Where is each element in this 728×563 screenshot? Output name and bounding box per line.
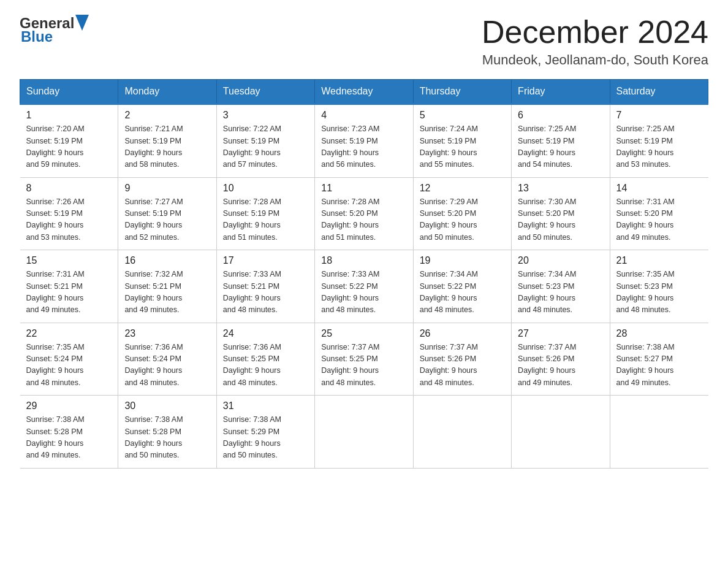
- day-detail: Sunrise: 7:33 AMSunset: 5:22 PMDaylight:…: [321, 269, 406, 316]
- day-number: 22: [26, 328, 112, 339]
- calendar-day-cell: 20 Sunrise: 7:34 AMSunset: 5:23 PMDaylig…: [512, 250, 610, 323]
- day-detail: Sunrise: 7:38 AMSunset: 5:28 PMDaylight:…: [26, 414, 112, 462]
- calendar-day-cell: 27 Sunrise: 7:37 AMSunset: 5:26 PMDaylig…: [512, 323, 610, 396]
- day-number: 6: [518, 110, 603, 121]
- calendar-week-row: 15 Sunrise: 7:31 AMSunset: 5:21 PMDaylig…: [20, 250, 708, 323]
- day-detail: Sunrise: 7:37 AMSunset: 5:25 PMDaylight:…: [321, 342, 406, 389]
- day-number: 8: [26, 183, 112, 194]
- day-detail: Sunrise: 7:21 AMSunset: 5:19 PMDaylight:…: [124, 123, 210, 171]
- calendar-day-cell: 31 Sunrise: 7:38 AMSunset: 5:29 PMDaylig…: [216, 396, 314, 469]
- day-number: 14: [616, 183, 702, 194]
- calendar-day-cell: 4 Sunrise: 7:23 AMSunset: 5:19 PMDayligh…: [315, 104, 413, 178]
- day-detail: Sunrise: 7:30 AMSunset: 5:20 PMDaylight:…: [518, 196, 603, 244]
- day-detail: Sunrise: 7:29 AMSunset: 5:20 PMDaylight:…: [420, 196, 505, 244]
- day-detail: Sunrise: 7:38 AMSunset: 5:29 PMDaylight:…: [223, 414, 308, 462]
- calendar-week-row: 29 Sunrise: 7:38 AMSunset: 5:28 PMDaylig…: [20, 396, 708, 469]
- day-number: 9: [124, 183, 210, 194]
- weekday-header-row: SundayMondayTuesdayWednesdayThursdayFrid…: [20, 80, 708, 104]
- day-detail: Sunrise: 7:33 AMSunset: 5:21 PMDaylight:…: [223, 269, 308, 316]
- day-detail: Sunrise: 7:31 AMSunset: 5:21 PMDaylight:…: [26, 269, 112, 316]
- calendar-day-cell: 2 Sunrise: 7:21 AMSunset: 5:19 PMDayligh…: [118, 104, 216, 178]
- calendar-body: 1 Sunrise: 7:20 AMSunset: 5:19 PMDayligh…: [20, 104, 708, 469]
- calendar-day-cell: 30 Sunrise: 7:38 AMSunset: 5:28 PMDaylig…: [118, 396, 216, 469]
- calendar-day-cell: 7 Sunrise: 7:25 AMSunset: 5:19 PMDayligh…: [610, 104, 708, 178]
- calendar-day-cell: 26 Sunrise: 7:37 AMSunset: 5:26 PMDaylig…: [413, 323, 511, 396]
- day-number: 26: [420, 328, 505, 339]
- day-number: 10: [223, 183, 308, 194]
- day-number: 30: [124, 400, 210, 412]
- day-number: 13: [518, 183, 603, 194]
- calendar-day-cell: [610, 396, 708, 469]
- day-detail: Sunrise: 7:37 AMSunset: 5:26 PMDaylight:…: [518, 342, 603, 389]
- weekday-header-wednesday: Wednesday: [315, 80, 413, 104]
- day-detail: Sunrise: 7:27 AMSunset: 5:19 PMDaylight:…: [124, 196, 210, 244]
- svg-marker-0: [75, 15, 89, 31]
- day-detail: Sunrise: 7:20 AMSunset: 5:19 PMDaylight:…: [26, 123, 112, 171]
- day-number: 16: [124, 255, 210, 266]
- day-number: 3: [223, 110, 308, 121]
- day-number: 20: [518, 255, 603, 266]
- day-number: 19: [420, 255, 505, 266]
- calendar-day-cell: 17 Sunrise: 7:33 AMSunset: 5:21 PMDaylig…: [216, 250, 314, 323]
- day-number: 1: [26, 110, 112, 121]
- day-detail: Sunrise: 7:36 AMSunset: 5:24 PMDaylight:…: [124, 342, 210, 389]
- calendar-day-cell: 6 Sunrise: 7:25 AMSunset: 5:19 PMDayligh…: [512, 104, 610, 178]
- day-number: 28: [616, 328, 702, 339]
- day-number: 29: [26, 400, 112, 412]
- calendar-day-cell: 23 Sunrise: 7:36 AMSunset: 5:24 PMDaylig…: [118, 323, 216, 396]
- calendar-day-cell: 19 Sunrise: 7:34 AMSunset: 5:22 PMDaylig…: [413, 250, 511, 323]
- day-detail: Sunrise: 7:36 AMSunset: 5:25 PMDaylight:…: [223, 342, 308, 389]
- day-number: 2: [124, 110, 210, 121]
- day-number: 25: [321, 328, 406, 339]
- calendar-day-cell: 14 Sunrise: 7:31 AMSunset: 5:20 PMDaylig…: [610, 177, 708, 250]
- day-detail: Sunrise: 7:34 AMSunset: 5:23 PMDaylight:…: [518, 269, 603, 316]
- weekday-header-tuesday: Tuesday: [216, 80, 314, 104]
- day-number: 31: [223, 400, 308, 412]
- day-detail: Sunrise: 7:24 AMSunset: 5:19 PMDaylight:…: [420, 123, 505, 171]
- calendar-day-cell: 18 Sunrise: 7:33 AMSunset: 5:22 PMDaylig…: [315, 250, 413, 323]
- calendar-day-cell: 16 Sunrise: 7:32 AMSunset: 5:21 PMDaylig…: [118, 250, 216, 323]
- day-detail: Sunrise: 7:22 AMSunset: 5:19 PMDaylight:…: [223, 123, 308, 171]
- day-detail: Sunrise: 7:35 AMSunset: 5:23 PMDaylight:…: [616, 269, 702, 316]
- day-number: 23: [124, 328, 210, 339]
- calendar-table: SundayMondayTuesdayWednesdayThursdayFrid…: [20, 79, 708, 469]
- calendar-day-cell: 15 Sunrise: 7:31 AMSunset: 5:21 PMDaylig…: [20, 250, 118, 323]
- calendar-day-cell: 10 Sunrise: 7:28 AMSunset: 5:19 PMDaylig…: [216, 177, 314, 250]
- page-subtitle: Mundeok, Jeollanam-do, South Korea: [482, 52, 708, 68]
- calendar-day-cell: [315, 396, 413, 469]
- day-detail: Sunrise: 7:32 AMSunset: 5:21 PMDaylight:…: [124, 269, 210, 316]
- logo-blue-text: Blue: [20, 28, 53, 45]
- calendar-day-cell: 1 Sunrise: 7:20 AMSunset: 5:19 PMDayligh…: [20, 104, 118, 178]
- day-detail: Sunrise: 7:38 AMSunset: 5:28 PMDaylight:…: [124, 414, 210, 462]
- logo-arrow-icon: [75, 15, 89, 31]
- calendar-week-row: 22 Sunrise: 7:35 AMSunset: 5:24 PMDaylig…: [20, 323, 708, 396]
- day-number: 21: [616, 255, 702, 266]
- day-number: 4: [321, 110, 406, 121]
- calendar-day-cell: 11 Sunrise: 7:28 AMSunset: 5:20 PMDaylig…: [315, 177, 413, 250]
- calendar-day-cell: 28 Sunrise: 7:38 AMSunset: 5:27 PMDaylig…: [610, 323, 708, 396]
- day-detail: Sunrise: 7:25 AMSunset: 5:19 PMDaylight:…: [518, 123, 603, 171]
- weekday-header-monday: Monday: [118, 80, 216, 104]
- day-detail: Sunrise: 7:28 AMSunset: 5:20 PMDaylight:…: [321, 196, 406, 244]
- day-number: 24: [223, 328, 308, 339]
- calendar-week-row: 1 Sunrise: 7:20 AMSunset: 5:19 PMDayligh…: [20, 104, 708, 178]
- calendar-day-cell: 8 Sunrise: 7:26 AMSunset: 5:19 PMDayligh…: [20, 177, 118, 250]
- logo: General Blue: [20, 15, 89, 45]
- day-detail: Sunrise: 7:31 AMSunset: 5:20 PMDaylight:…: [616, 196, 702, 244]
- day-number: 15: [26, 255, 112, 266]
- calendar-day-cell: 9 Sunrise: 7:27 AMSunset: 5:19 PMDayligh…: [118, 177, 216, 250]
- calendar-day-cell: 22 Sunrise: 7:35 AMSunset: 5:24 PMDaylig…: [20, 323, 118, 396]
- weekday-header-friday: Friday: [512, 80, 610, 104]
- day-detail: Sunrise: 7:38 AMSunset: 5:27 PMDaylight:…: [616, 342, 702, 389]
- calendar-day-cell: 29 Sunrise: 7:38 AMSunset: 5:28 PMDaylig…: [20, 396, 118, 469]
- day-number: 27: [518, 328, 603, 339]
- day-number: 11: [321, 183, 406, 194]
- page-title: December 2024: [482, 15, 708, 50]
- page-header: General Blue December 2024 Mundeok, Jeol…: [20, 15, 708, 68]
- calendar-day-cell: 5 Sunrise: 7:24 AMSunset: 5:19 PMDayligh…: [413, 104, 511, 178]
- calendar-day-cell: 25 Sunrise: 7:37 AMSunset: 5:25 PMDaylig…: [315, 323, 413, 396]
- day-number: 18: [321, 255, 406, 266]
- day-detail: Sunrise: 7:34 AMSunset: 5:22 PMDaylight:…: [420, 269, 505, 316]
- day-detail: Sunrise: 7:25 AMSunset: 5:19 PMDaylight:…: [616, 123, 702, 171]
- day-detail: Sunrise: 7:23 AMSunset: 5:19 PMDaylight:…: [321, 123, 406, 171]
